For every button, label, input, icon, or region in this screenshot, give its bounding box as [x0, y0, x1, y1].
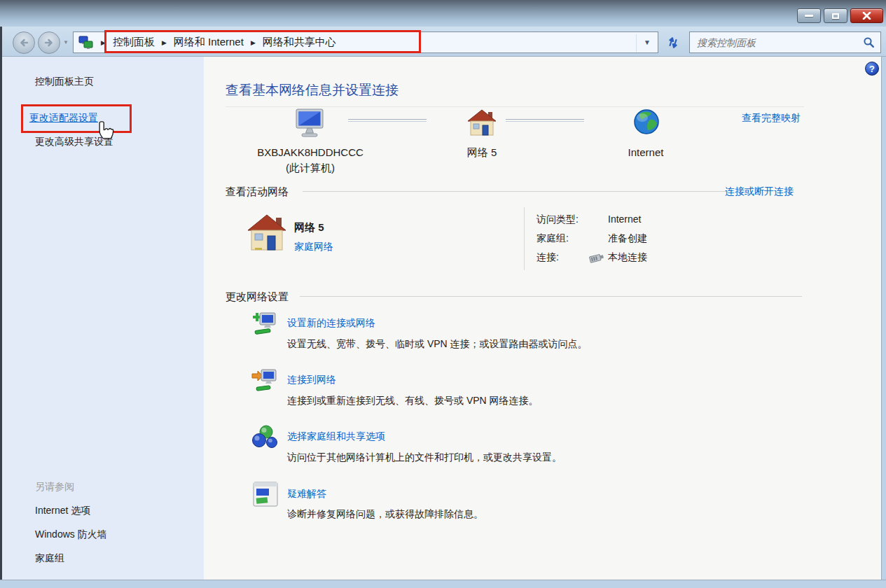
page-title: 查看基本网络信息并设置连接: [226, 81, 399, 99]
local-area-connection-link[interactable]: 本地连接: [608, 251, 647, 264]
network-location-icon: [78, 36, 94, 50]
forward-arrow-icon: [43, 37, 55, 48]
active-networks-header: 查看活动网络: [226, 186, 289, 199]
see-also-header: 另请参阅: [35, 481, 74, 493]
active-network-house-icon[interactable]: [247, 213, 287, 253]
task-troubleshoot-link[interactable]: 疑难解答: [287, 488, 326, 500]
view-full-map-link[interactable]: 查看完整映射: [742, 112, 801, 125]
computer-note-label: (此计算机): [254, 162, 366, 175]
active-network-name: 网络 5: [294, 221, 324, 234]
computer-icon[interactable]: [293, 108, 326, 139]
active-network-kind-link[interactable]: 家庭网络: [294, 241, 333, 253]
section-divider: [303, 191, 726, 192]
computer-name-label: BXBJAKK8HDDHCCC: [254, 146, 366, 158]
hand-cursor-icon: [95, 120, 114, 143]
sidebar-item-windows-firewall[interactable]: Windows 防火墙: [35, 528, 107, 541]
connections-label: 连接:: [537, 251, 559, 264]
troubleshoot-icon: [251, 481, 280, 507]
window-bottom-border: [0, 580, 886, 588]
network-house-icon[interactable]: [467, 108, 497, 138]
task-troubleshoot-desc: 诊断并修复网络问题，或获得故障排除信息。: [287, 508, 483, 521]
map-internet-label: Internet: [611, 146, 681, 158]
map-network-label: 网络 5: [440, 146, 524, 160]
task-homegroup-options-desc: 访问位于其他网络计算机上的文件和打印机，或更改共享设置。: [287, 451, 562, 464]
maximize-button[interactable]: [824, 8, 847, 23]
setup-connection-icon: [251, 310, 280, 337]
window-right-border: [881, 57, 886, 588]
access-type-label: 访问类型:: [537, 214, 579, 226]
forward-button[interactable]: [38, 31, 60, 54]
annotation-box-breadcrumb: [104, 30, 421, 53]
back-arrow-icon: [18, 37, 30, 48]
help-icon[interactable]: ?: [865, 62, 879, 76]
refresh-icon: [666, 36, 680, 50]
active-network-divider: [524, 207, 525, 270]
maximize-icon: [832, 13, 839, 19]
sidebar-item-internet-options[interactable]: Internet 选项: [35, 505, 90, 517]
sidebar-item-homegroup[interactable]: 家庭组: [35, 552, 64, 565]
internet-globe-icon[interactable]: [633, 108, 660, 135]
address-bar-divider: [636, 34, 637, 52]
recent-pages-chevron-icon[interactable]: ▼: [63, 39, 69, 46]
access-type-value: Internet: [608, 214, 641, 225]
refresh-button[interactable]: [663, 33, 684, 52]
network-sharing-center-window: ▼ ▶ 控制面板 ▶ 网络和 Internet ▶ 网络和共享中心 ▼: [0, 0, 886, 588]
search-input[interactable]: [697, 34, 851, 51]
task-connect-network-link[interactable]: 连接到网络: [287, 374, 336, 386]
homegroup-label: 家庭组:: [537, 232, 569, 245]
map-connection-line: [506, 119, 584, 122]
section-divider: [300, 296, 802, 297]
title-bar: [0, 0, 886, 27]
change-settings-header: 更改网络设置: [226, 290, 289, 304]
map-connection-line: [348, 119, 427, 122]
close-icon: [862, 12, 871, 20]
annotation-box-adapter-settings: [21, 104, 132, 133]
search-icon[interactable]: [863, 36, 875, 48]
address-dropdown-icon[interactable]: ▼: [644, 38, 651, 46]
ethernet-connector-icon: [588, 252, 605, 263]
task-setup-connection-desc: 设置无线、宽带、拨号、临时或 VPN 连接；或设置路由器或访问点。: [287, 338, 588, 351]
minimize-icon: [805, 15, 813, 17]
back-button[interactable]: [13, 31, 35, 54]
minimize-button[interactable]: [797, 8, 821, 23]
sidebar-item-control-panel-home[interactable]: 控制面板主页: [35, 76, 94, 88]
task-connect-network-desc: 连接到或重新连接到无线、有线、拨号或 VPN 网络连接。: [287, 395, 539, 407]
search-box: [689, 31, 881, 53]
task-homegroup-options-link[interactable]: 选择家庭组和共享选项: [287, 430, 385, 443]
connect-disconnect-link[interactable]: 连接或断开连接: [725, 186, 794, 198]
homegroup-sharing-icon: [251, 424, 280, 450]
connect-to-network-icon: [251, 367, 280, 393]
close-button[interactable]: [850, 8, 883, 23]
task-setup-connection-link[interactable]: 设置新的连接或网络: [287, 317, 375, 330]
homegroup-ready-link[interactable]: 准备创建: [608, 232, 647, 245]
window-controls: [797, 8, 883, 23]
map-divider: [226, 106, 804, 107]
